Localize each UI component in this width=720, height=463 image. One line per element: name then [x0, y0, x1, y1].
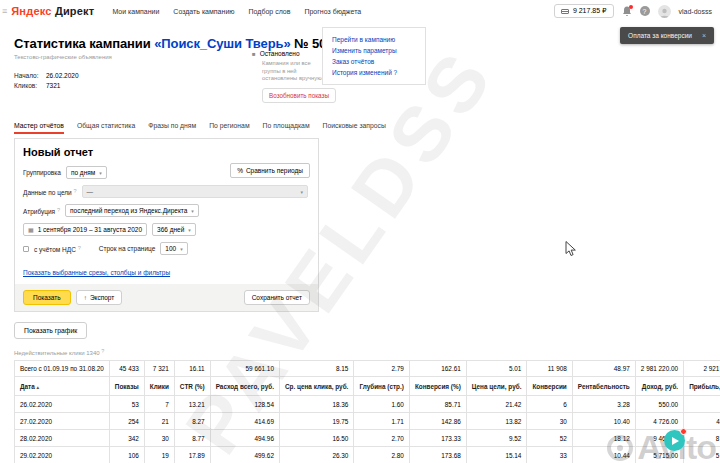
grouping-select[interactable]: по дням▾: [66, 166, 107, 179]
cell: 27.02.2020: [15, 413, 110, 430]
table-row: 28.02.2020342308.77494.9616.502.70173.33…: [15, 430, 720, 447]
status-note: Кампания или все группы в ней остановлен…: [262, 60, 326, 83]
export-label: Экспорт: [90, 294, 114, 301]
column-header[interactable]: Доход, руб.: [635, 377, 683, 396]
tooltip-text: Оплата за конверсии: [628, 32, 692, 39]
nav-item[interactable]: Мои кампании: [112, 8, 159, 15]
compare-periods-button[interactable]: % Сравнить периоды: [230, 163, 310, 178]
date-range-button[interactable]: ▦1 сентября 2019 – 31 августа 2020: [23, 223, 147, 236]
campaign-link[interactable]: История изменений ?: [332, 67, 416, 78]
username[interactable]: vlad-dosss: [679, 8, 712, 15]
clicks-count: 7321: [46, 82, 60, 89]
balance-button[interactable]: 9 217.85 ₽: [554, 4, 614, 18]
report-title: Новый отчет: [23, 146, 310, 158]
cell: 550.00: [635, 396, 683, 413]
period-value: 366 дней: [157, 226, 184, 233]
panel-footer: Показать ↑Экспорт Сохранить отчет: [15, 284, 318, 311]
help-icon[interactable]: ?: [57, 207, 60, 213]
balance-amount: 9 217.85 ₽: [573, 7, 607, 15]
column-header[interactable]: CTR (%): [174, 377, 210, 396]
avatar[interactable]: [658, 5, 671, 18]
vat-checkbox[interactable]: [23, 246, 29, 252]
show-report-button[interactable]: Показать: [23, 290, 71, 305]
summary-cell: 5.01: [466, 361, 527, 377]
bell-icon[interactable]: [622, 6, 632, 17]
cell: 4 311.31: [684, 413, 720, 430]
goal-select[interactable]: —▾: [82, 185, 308, 198]
cell: 30: [527, 413, 572, 430]
stats-table: Всего с 01.09.19 по 31.08.2045 4337 3211…: [14, 360, 720, 463]
cell: 106: [109, 447, 144, 463]
save-report-button[interactable]: Сохранить отчет: [244, 290, 310, 305]
badge-dot: [680, 428, 687, 435]
table-row: 29.02.20201061917.89499.6226.302.80173.6…: [15, 447, 720, 463]
cell: 421.46: [684, 396, 720, 413]
help-icon[interactable]: ?: [101, 348, 104, 354]
cell: 8.27: [174, 413, 210, 430]
summary-cell: 45 433: [109, 361, 144, 377]
tab[interactable]: Мастер отчётов: [14, 122, 64, 134]
play-icon: [672, 437, 679, 445]
column-header[interactable]: Расход всего, руб.: [210, 377, 279, 396]
cell: 18.36: [279, 396, 353, 413]
column-header[interactable]: Ср. цена клика, руб.: [279, 377, 353, 396]
resume-button[interactable]: Возобновить показы: [262, 88, 336, 103]
menu-icon[interactable]: ≡: [2, 6, 7, 16]
show-slices-link[interactable]: Показать выбранные срезы, столбцы и филь…: [23, 269, 170, 276]
column-header[interactable]: Показы: [109, 377, 144, 396]
cell: 5 215.38: [684, 447, 720, 463]
header-row: Дата ▴ПоказыКликиCTR (%)Расход всего, ру…: [15, 377, 720, 396]
report-builder-panel: Новый отчет Группировка по дням▾ % Сравн…: [14, 138, 319, 312]
campaign-links-box: Перейти в кампаниюИзменить параметрыЗака…: [322, 27, 426, 85]
column-header[interactable]: Цена цели, руб.: [466, 377, 527, 396]
period-select[interactable]: 366 дней▾: [152, 223, 196, 236]
cell: 173.68: [409, 447, 466, 463]
cell: 30: [144, 430, 174, 447]
tab[interactable]: Общая статистика: [77, 122, 135, 134]
start-label: Начало:: [14, 71, 46, 81]
cell: 16.50: [279, 430, 353, 447]
column-header[interactable]: Конверсии: [527, 377, 572, 396]
tab[interactable]: Поисковые запросы: [323, 122, 386, 134]
stopped-icon: ■: [252, 51, 256, 57]
video-play-button[interactable]: [664, 430, 685, 451]
campaign-link[interactable]: Изменить параметры: [332, 45, 416, 56]
attribution-select[interactable]: последний переход из Яндекс.Директа▾: [65, 204, 199, 217]
help-icon[interactable]: ?: [640, 6, 650, 16]
nav-item[interactable]: Создать кампанию: [173, 8, 234, 15]
summary-row: Всего с 01.09.19 по 31.08.2045 4337 3211…: [15, 361, 720, 377]
export-icon: ↑: [84, 294, 87, 301]
column-header[interactable]: Глубина (стр.): [354, 377, 410, 396]
export-button[interactable]: ↑Экспорт: [76, 290, 123, 305]
yandex-direct-logo[interactable]: Яндекс Директ: [11, 5, 94, 17]
help-icon[interactable]: ?: [74, 188, 77, 194]
nav-item[interactable]: Прогноз бюджета: [304, 8, 361, 15]
help-icon[interactable]: ?: [78, 245, 81, 251]
campaign-link[interactable]: Перейти в кампанию: [332, 34, 416, 45]
column-header[interactable]: Дата ▴: [15, 377, 110, 396]
attribution-label: Атрибуция ?: [23, 207, 60, 215]
tab[interactable]: По площадкам: [263, 122, 310, 134]
column-header[interactable]: Прибыль, руб. ?: [684, 377, 720, 396]
rows-per-page-select[interactable]: 100▾: [160, 242, 187, 255]
tab[interactable]: Фразы по дням: [148, 122, 196, 134]
show-chart-button[interactable]: Показать график: [14, 322, 87, 339]
tab[interactable]: По регионам: [209, 122, 249, 134]
logo-direct: Директ: [55, 5, 95, 17]
cell: 10.40: [572, 413, 635, 430]
cell: 499.62: [210, 447, 279, 463]
cell: 142.86: [409, 413, 466, 430]
campaign-name[interactable]: «Поиск_Суши Тверь»: [154, 36, 290, 51]
column-header[interactable]: Рентабельность: [572, 377, 635, 396]
top-bar: ≡ Яндекс Директ Мои кампанииСоздать камп…: [0, 0, 720, 22]
cell: 2.80: [354, 447, 410, 463]
close-icon[interactable]: ×: [702, 32, 706, 39]
nav-item[interactable]: Подбор слов: [249, 8, 291, 15]
column-header[interactable]: Клики: [144, 377, 174, 396]
cell: 128.54: [210, 396, 279, 413]
column-header[interactable]: Конверсия (%): [409, 377, 466, 396]
chevron-down-icon: ▾: [300, 189, 303, 195]
campaign-link[interactable]: Заказ отчётов: [332, 56, 416, 67]
summary-cell: 162.61: [409, 361, 466, 377]
cell: 15.14: [466, 447, 527, 463]
